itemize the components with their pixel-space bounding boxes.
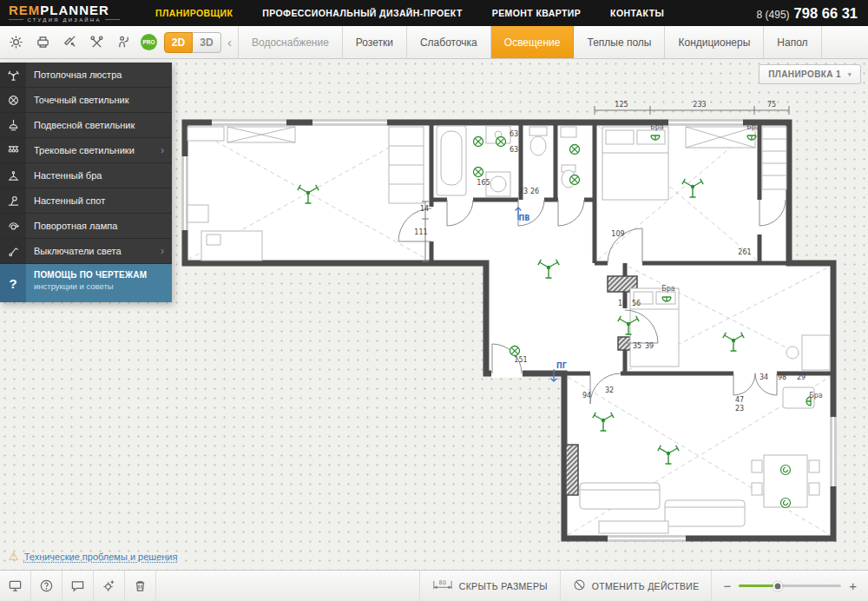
sidebar-item-label: Настенный бра	[26, 170, 102, 181]
gear-plus-icon[interactable]	[94, 571, 125, 601]
nav-item-2[interactable]: ПРОФЕССИОНАЛЬНЫЙ ДИЗАЙН-ПРОЕКТ	[247, 0, 477, 26]
tab-2[interactable]: Розетки	[343, 26, 407, 58]
help-icon[interactable]	[31, 571, 62, 601]
tabs-scroll-left-icon[interactable]: ‹	[221, 35, 238, 50]
toolbar-tools	[0, 31, 135, 54]
undo-action-button[interactable]: ОТМЕНИТЬ ДЕЙСТВИЕ	[560, 571, 712, 601]
sidebar-item-label: Точечный светильник	[26, 95, 128, 105]
section-tabs: ВодоснабжениеРозеткиСлаботочкаОсвещениеТ…	[238, 26, 868, 58]
trowel-icon[interactable]	[58, 31, 81, 54]
settings-icon[interactable]	[4, 31, 27, 54]
zoom-slider-fill	[739, 584, 778, 587]
sidebar-item-8[interactable]: Выключатели света›	[0, 239, 172, 264]
tab-4[interactable]: Освещение	[491, 26, 575, 58]
nav-item-1[interactable]: ПЛАНИРОВЩИК	[141, 0, 247, 26]
view-3d-button[interactable]: 3D	[193, 32, 221, 53]
help-subtitle: инструкции и советы	[34, 281, 147, 291]
zoom-in-button[interactable]: +	[849, 579, 857, 592]
zoom-out-button[interactable]: −	[723, 579, 731, 592]
switch-icon	[0, 239, 26, 263]
top-nav: ПЛАНИРОВЩИКПРОФЕССИОНАЛЬНЫЙ ДИЗАЙН-ПРОЕК…	[141, 0, 679, 26]
tools-icon[interactable]	[85, 31, 108, 54]
undo-action-label: ОТМЕНИТЬ ДЕЙСТВИЕ	[592, 581, 700, 591]
tab-3[interactable]: Слаботочка	[407, 26, 491, 58]
phone-main: 798 66 31	[794, 5, 858, 22]
question-icon: ?	[0, 264, 26, 302]
sidebar-item-7[interactable]: Поворотная лампа	[0, 214, 172, 239]
rotate-lamp-icon	[0, 214, 26, 238]
nav-item-4[interactable]: КОНТАКТЫ	[595, 0, 679, 26]
tab-5[interactable]: Теплые полы	[574, 26, 665, 58]
sidebar-item-label: Выключатели света	[26, 246, 122, 256]
sidebar-item-3[interactable]: Подвесной светильник	[0, 113, 172, 138]
phone-number: 8 (495) 798 66 31	[757, 5, 858, 22]
help-banner[interactable]: ? ПОМОЩЬ ПО ЧЕРТЕЖАМ инструкции и советы	[0, 264, 172, 302]
sidebar-item-4[interactable]: Трековые светильники›	[0, 138, 172, 163]
chat-icon[interactable]	[62, 571, 94, 601]
trash-icon[interactable]	[125, 571, 156, 601]
layout-selector[interactable]: ПЛАНИРОВКА 1 ▾	[759, 64, 861, 84]
footer-spacer	[156, 571, 419, 601]
sidebar-item-label: Потолочная люстра	[26, 69, 122, 80]
tech-problems-link[interactable]: ⚠ Технические проблемы и решения	[9, 550, 177, 563]
zoom-control: − +	[711, 571, 868, 601]
chevron-right-icon: ›	[161, 144, 164, 156]
phone-prefix: 8 (495)	[757, 9, 790, 21]
nav-item-3[interactable]: РЕМОНТ КВАРТИР	[477, 0, 595, 26]
zoom-slider-thumb[interactable]	[773, 581, 783, 591]
chevron-down-icon: ▾	[848, 71, 852, 78]
top-header: REMPLANNER СТУДИЯ ДИЗАЙНА ПЛАНИРОВЩИКПРО…	[0, 0, 868, 26]
sidebar-item-label: Поворотная лампа	[26, 221, 117, 231]
builder-icon[interactable]	[112, 31, 135, 54]
hide-dimensions-label: СКРЫТЬ РАЗМЕРЫ	[459, 581, 548, 591]
sidebar-item-2[interactable]: Точечный светильник	[0, 88, 172, 113]
logo-subtitle: СТУДИЯ ДИЗАЙНА	[9, 17, 120, 23]
dimension-icon: 80	[432, 579, 453, 592]
warning-icon: ⚠	[9, 550, 19, 563]
footer-tools	[0, 571, 156, 601]
sidebar-item-label: Трековые светильники	[26, 145, 135, 155]
tab-6[interactable]: Кондиционеры	[665, 26, 764, 58]
help-text: ПОМОЩЬ ПО ЧЕРТЕЖАМ инструкции и советы	[26, 264, 147, 302]
chevron-right-icon: ›	[161, 245, 164, 257]
sidebar-items: Потолочная люстраТочечный светильникПодв…	[0, 63, 172, 264]
tab-7[interactable]: Напол	[764, 26, 821, 58]
layout-selector-label: ПЛАНИРОВКА 1	[768, 69, 841, 79]
dimension-icon-text: 80	[438, 580, 446, 587]
hide-dimensions-button[interactable]: 80 СКРЫТЬ РАЗМЕРЫ	[419, 571, 560, 601]
sidebar-item-1[interactable]: Потолочная люстра	[0, 63, 172, 88]
spot-light-icon	[0, 88, 26, 112]
logo-text: REMPLANNER	[9, 4, 120, 17]
sidebar-item-5[interactable]: Настенный бра	[0, 163, 172, 188]
print-icon[interactable]	[31, 31, 54, 54]
tab-1[interactable]: Водоснабжение	[239, 26, 343, 58]
sidebar-item-label: Подвесной светильник	[26, 120, 135, 130]
wall-spot-icon	[0, 188, 26, 213]
chandelier-icon	[0, 63, 26, 87]
pendant-icon	[0, 113, 26, 137]
sidebar-item-6[interactable]: Настенный спот	[0, 188, 172, 214]
sidebar-item-label: Настенный спот	[26, 195, 105, 206]
zoom-slider[interactable]	[739, 584, 841, 587]
logo[interactable]: REMPLANNER СТУДИЯ ДИЗАЙНА	[9, 4, 120, 23]
lighting-tools-sidebar: Потолочная люстраТочечный светильникПодв…	[0, 63, 172, 302]
track-icon	[0, 138, 26, 162]
monitor-icon[interactable]	[0, 571, 31, 601]
bottom-toolbar: 80 СКРЫТЬ РАЗМЕРЫ ОТМЕНИТЬ ДЕЙСТВИЕ − +	[0, 570, 868, 601]
pro-badge[interactable]: PRO	[141, 34, 157, 50]
help-title: ПОМОЩЬ ПО ЧЕРТЕЖАМ	[34, 270, 147, 280]
undo-icon	[573, 578, 586, 593]
tech-problems-label: Технические проблемы и решения	[24, 551, 178, 562]
bra-icon	[0, 163, 26, 188]
view-2d-button[interactable]: 2D	[164, 32, 193, 53]
toolbar: PRO 2D 3D ‹ ВодоснабжениеРозеткиСлаботоч…	[0, 26, 868, 59]
